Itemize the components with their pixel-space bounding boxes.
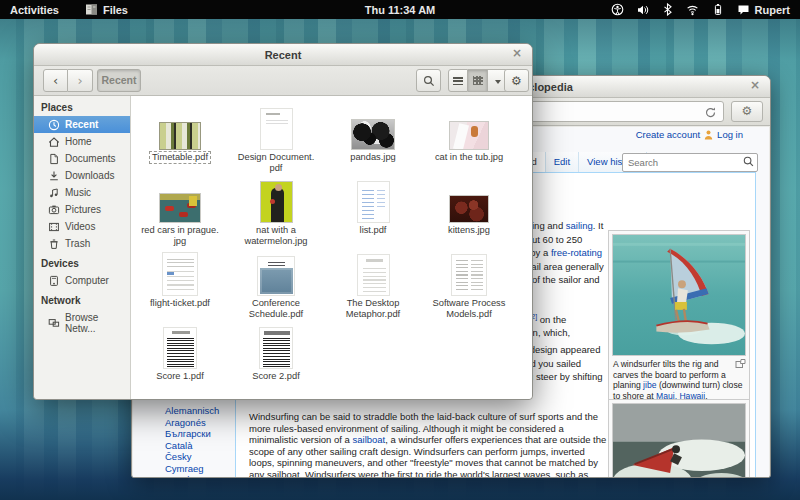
file-score-2[interactable]: Score 2.pdf <box>228 323 324 395</box>
computer-icon <box>48 275 60 287</box>
file-cat-in-the-tub[interactable]: cat in the tub.jpg <box>421 104 517 176</box>
search-icon[interactable] <box>743 156 754 167</box>
film-icon <box>48 221 60 233</box>
wiki-search <box>622 152 758 171</box>
language-link[interactable]: Català <box>165 440 219 452</box>
login-link[interactable]: Log in <box>717 129 743 140</box>
breadcrumb-recent[interactable]: Recent <box>97 69 141 92</box>
language-link[interactable]: Dansk <box>165 474 219 477</box>
battery-icon[interactable] <box>712 3 724 16</box>
sidebar-item-music[interactable]: Music <box>34 184 130 201</box>
article-image-windsurfer[interactable]: A windsurfer tilts the rig and carves th… <box>608 230 750 406</box>
top-bar: Activities Files Thu 11:34 AM Rupert <box>0 0 800 19</box>
article-image-waves[interactable] <box>608 399 750 477</box>
pdf-thumbnail <box>357 254 390 296</box>
network-browse-icon <box>48 317 60 329</box>
file-flight-ticket[interactable]: flight-ticket.pdf <box>132 250 228 322</box>
language-link[interactable]: Aragonés <box>165 417 219 429</box>
files-toolbar: ‹ › Recent ⚙ <box>34 66 532 96</box>
pdf-thumbnail <box>260 108 293 150</box>
pdf-thumbnail <box>451 254 487 296</box>
sidebar-item-browse-network[interactable]: Browse Netw... <box>34 309 130 336</box>
gear-button[interactable]: ⚙ <box>504 69 529 92</box>
jibe-link[interactable]: jibe <box>643 380 656 390</box>
file-software-process[interactable]: Software Process Models.pdf <box>421 250 517 322</box>
sidebar-item-trash[interactable]: Trash <box>34 235 130 252</box>
sidebar-header-network: Network <box>34 289 130 309</box>
view-toggle <box>448 69 508 92</box>
waves-photo <box>612 403 746 477</box>
language-link[interactable]: Česky <box>165 451 219 463</box>
browser-close-button[interactable]: × <box>747 78 763 94</box>
sidebar-item-videos[interactable]: Videos <box>34 218 130 235</box>
language-link[interactable]: Cymraeg <box>165 463 219 475</box>
files-titlebar[interactable]: Recent × <box>34 44 532 66</box>
home-icon <box>48 136 60 148</box>
language-link[interactable]: Български <box>165 428 219 440</box>
file-conference-schedule[interactable]: Conference Schedule.pdf <box>228 250 324 322</box>
app-menu[interactable]: Files <box>85 3 128 16</box>
file-kittens[interactable]: kittens.jpg <box>421 177 517 249</box>
sidebar-item-downloads[interactable]: Downloads <box>34 167 130 184</box>
clock-icon <box>48 119 60 131</box>
sidebar-header-devices: Devices <box>34 252 130 272</box>
pdf-thumbnail <box>162 252 198 296</box>
forward-button[interactable]: › <box>68 69 93 92</box>
back-button[interactable]: ‹ <box>43 69 68 92</box>
language-link[interactable]: Alemannisch <box>165 405 219 417</box>
file-desktop-metaphor[interactable]: The Desktop Metaphor.pdf <box>325 250 421 322</box>
bluetooth-icon[interactable] <box>663 3 673 16</box>
sidebar-item-pictures[interactable]: Pictures <box>34 201 130 218</box>
grid-view-button[interactable] <box>468 69 488 92</box>
file-design-document[interactable]: Design Document. pdf <box>228 104 324 176</box>
sidebar-item-home[interactable]: Home <box>34 133 130 150</box>
trash-icon <box>48 238 60 250</box>
reload-icon[interactable] <box>703 105 718 120</box>
user-icon <box>704 130 713 140</box>
file-nat-watermelon[interactable]: nat with a watermelon.jpg <box>228 177 324 249</box>
activities-button[interactable]: Activities <box>10 4 59 16</box>
file-red-cars[interactable]: red cars in prague. jpg <box>132 177 228 249</box>
enlarge-icon[interactable] <box>735 359 746 369</box>
sidebar-item-recent[interactable]: Recent <box>34 116 130 133</box>
user-menu[interactable]: Rupert <box>737 4 790 16</box>
list-icon <box>453 77 463 85</box>
files-close-button[interactable]: × <box>509 46 525 62</box>
browser-gear-button[interactable]: ⚙ <box>731 101 763 122</box>
sidebar-item-documents[interactable]: Documents <box>34 150 130 167</box>
wiki-search-input[interactable] <box>622 153 758 172</box>
chevron-down-icon <box>495 80 501 84</box>
photo-thumbnail <box>449 195 489 223</box>
sidebar-item-computer[interactable]: Computer <box>34 272 130 289</box>
tab-edit[interactable]: Edit <box>545 152 578 172</box>
file-pandas[interactable]: pandas.jpg <box>325 104 421 176</box>
accessibility-icon[interactable] <box>611 3 624 16</box>
file-list[interactable]: list.pdf <box>325 177 421 249</box>
pdf-thumbnail <box>257 256 295 296</box>
list-view-button[interactable] <box>448 69 468 92</box>
photo-thumbnail <box>351 119 395 150</box>
files-window-title: Recent <box>265 49 302 61</box>
file-timetable[interactable]: Timetable.pdf <box>132 104 228 176</box>
files-window: Recent × ‹ › Recent ⚙ Places Recent Home <box>33 43 533 400</box>
sailboat-link[interactable]: sailboat <box>352 434 385 445</box>
chat-bubble-icon <box>737 4 750 16</box>
network-icon[interactable] <box>686 4 699 16</box>
photo-thumbnail <box>159 193 201 223</box>
files-sidebar: Places Recent Home Documents Downloads M… <box>34 96 131 399</box>
pdf-thumbnail <box>259 327 293 369</box>
app-menu-label: Files <box>103 4 128 16</box>
article-paragraph: Windsurfing can be said to straddle both… <box>249 411 609 477</box>
volume-icon[interactable] <box>637 4 650 16</box>
grid-icon <box>473 76 483 85</box>
sailing-link[interactable]: sailing <box>566 220 593 231</box>
create-account-link[interactable]: Create account <box>636 129 700 140</box>
search-button[interactable] <box>416 69 441 92</box>
sidebar-header-places: Places <box>34 96 130 116</box>
file-score-1[interactable]: Score 1.pdf <box>132 323 228 395</box>
pdf-thumbnail <box>159 122 201 150</box>
pdf-thumbnail <box>357 181 390 223</box>
download-icon <box>48 170 60 182</box>
camera-icon <box>48 204 60 216</box>
music-icon <box>48 187 60 199</box>
